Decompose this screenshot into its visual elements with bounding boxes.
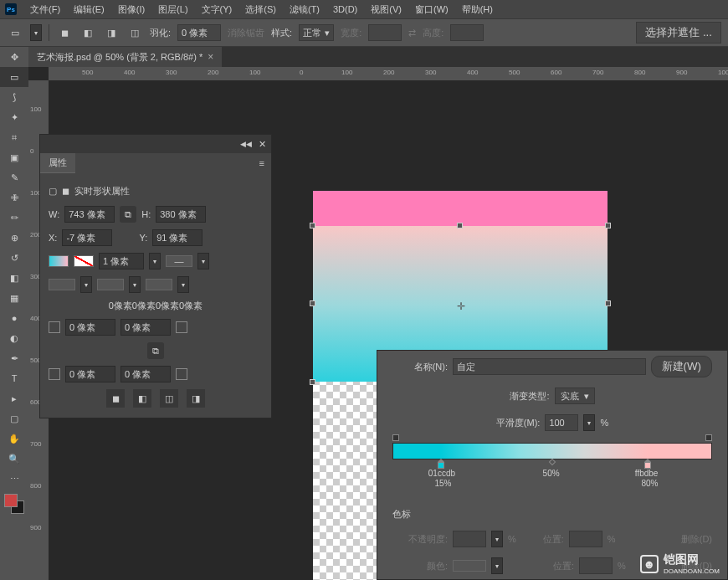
smooth-dropdown[interactable]: ▾ bbox=[583, 414, 595, 431]
path-select-tool[interactable]: ▸ bbox=[0, 388, 28, 408]
sel-add-icon[interactable]: ◧ bbox=[79, 26, 96, 39]
edit-toolbar[interactable]: ⋯ bbox=[0, 469, 28, 489]
style-select[interactable]: 正常▾ bbox=[299, 24, 334, 41]
width-input bbox=[368, 24, 402, 41]
align-dropdown[interactable]: ▾ bbox=[177, 276, 189, 293]
stop-right-pos: 80% bbox=[641, 479, 658, 488]
color-label: 颜色: bbox=[392, 560, 448, 572]
foreground-color[interactable] bbox=[4, 494, 18, 507]
pathop-intersect-icon[interactable]: ◫ bbox=[160, 389, 178, 408]
handle-ml[interactable] bbox=[310, 300, 315, 306]
color-swatch[interactable] bbox=[4, 494, 24, 514]
menu-view[interactable]: 视图(V) bbox=[364, 1, 408, 18]
menu-image[interactable]: 图像(I) bbox=[111, 1, 151, 18]
move-tool[interactable]: ✥ bbox=[0, 47, 28, 67]
history-brush-tool[interactable]: ↺ bbox=[0, 248, 28, 268]
height-field[interactable] bbox=[156, 206, 206, 223]
stroke-width-dropdown[interactable]: ▾ bbox=[149, 253, 161, 269]
brush-tool[interactable]: ✏ bbox=[0, 208, 28, 228]
gradient-bar[interactable]: 01ccdb 15% 50% ffbdbe 80% bbox=[392, 443, 712, 459]
stroke-width-field[interactable] bbox=[99, 253, 144, 269]
handle-tr[interactable] bbox=[605, 223, 611, 228]
menu-select[interactable]: 选择(S) bbox=[238, 1, 283, 18]
properties-panel: ◀◀ ✕ 属性 ≡ ▢ ◼ 实时形状属性 W: ⧉ H: X: Y: bbox=[39, 134, 272, 418]
dodge-tool[interactable]: ◐ bbox=[0, 328, 28, 348]
opos-label: 位置: bbox=[543, 533, 564, 546]
menu-window[interactable]: 窗口(W) bbox=[408, 1, 455, 18]
collapse-icon[interactable]: ◀◀ bbox=[240, 140, 252, 148]
sel-new-icon[interactable]: ◼ bbox=[56, 26, 73, 39]
sel-intersect-icon[interactable]: ◫ bbox=[126, 26, 143, 39]
document-tab[interactable]: 艺术海报.psd @ 50% (背景 2, RGB/8#) * × bbox=[28, 47, 222, 67]
lasso-tool[interactable]: ⟆ bbox=[0, 87, 28, 107]
stroke-type[interactable]: — bbox=[166, 255, 192, 267]
handle-bl[interactable] bbox=[310, 379, 315, 385]
close-panel-icon[interactable]: ✕ bbox=[259, 139, 266, 150]
stamp-tool[interactable]: ⊕ bbox=[0, 228, 28, 248]
stroke-swatch[interactable] bbox=[74, 255, 94, 267]
align-stroke-icon[interactable] bbox=[146, 279, 172, 290]
panel-menu-icon[interactable]: ≡ bbox=[259, 158, 271, 168]
handle-mr[interactable] bbox=[605, 300, 611, 306]
menu-help[interactable]: 帮助(H) bbox=[455, 1, 500, 18]
properties-tab[interactable]: 属性 bbox=[40, 153, 75, 173]
eraser-tool[interactable]: ◧ bbox=[0, 268, 28, 288]
cap-dropdown[interactable]: ▾ bbox=[80, 276, 92, 293]
handle-tl[interactable] bbox=[310, 223, 315, 228]
menu-layer[interactable]: 图层(L) bbox=[151, 1, 194, 18]
link-wh-icon[interactable]: ⧉ bbox=[120, 206, 136, 223]
horizontal-ruler: 500400 300200 1000 100200 300400 500600 … bbox=[49, 67, 728, 80]
x-field[interactable] bbox=[62, 229, 112, 246]
join-miter-icon[interactable] bbox=[97, 279, 124, 290]
menu-filter[interactable]: 滤镜(T) bbox=[283, 1, 326, 18]
corner-bl-field[interactable] bbox=[65, 366, 115, 382]
gradient-tool[interactable]: ▦ bbox=[0, 288, 28, 308]
eyedropper-tool[interactable]: ✎ bbox=[0, 167, 28, 187]
hand-tool[interactable]: ✋ bbox=[0, 429, 28, 449]
center-anchor-icon[interactable]: ✛ bbox=[457, 300, 465, 312]
cap-square-icon[interactable] bbox=[49, 279, 75, 290]
menu-3d[interactable]: 3D(D) bbox=[326, 2, 364, 17]
corner-tr-field[interactable] bbox=[120, 319, 171, 336]
heal-tool[interactable]: ✙ bbox=[0, 187, 28, 208]
tool-preset-icon[interactable]: ▭ bbox=[7, 26, 23, 39]
tool-preset-dropdown[interactable]: ▾ bbox=[30, 24, 42, 41]
sel-sub-icon[interactable]: ◨ bbox=[103, 26, 120, 39]
join-dropdown[interactable]: ▾ bbox=[129, 276, 141, 293]
frame-tool[interactable]: ▣ bbox=[0, 147, 28, 167]
zoom-tool[interactable]: 🔍 bbox=[0, 449, 28, 469]
feather-input[interactable] bbox=[177, 24, 221, 41]
menu-edit[interactable]: 编辑(E) bbox=[67, 1, 111, 18]
handle-tc[interactable] bbox=[457, 223, 463, 228]
link-corners-icon[interactable]: ⧉ bbox=[147, 342, 164, 359]
pathop-subtract-icon[interactable]: ◧ bbox=[133, 389, 151, 408]
menu-type[interactable]: 文字(Y) bbox=[195, 1, 239, 18]
shape-tool[interactable]: ▢ bbox=[0, 408, 28, 429]
pen-tool[interactable]: ✒ bbox=[0, 348, 28, 368]
menu-file[interactable]: 文件(F) bbox=[23, 1, 67, 18]
stroke-type-dropdown[interactable]: ▾ bbox=[197, 253, 209, 269]
crop-tool[interactable]: ⌗ bbox=[0, 127, 28, 147]
width-field[interactable] bbox=[64, 206, 115, 223]
close-icon[interactable]: × bbox=[208, 51, 213, 63]
y-field[interactable] bbox=[152, 229, 203, 246]
color-stop-right[interactable] bbox=[643, 459, 652, 469]
color-stop-left[interactable] bbox=[437, 459, 445, 469]
corner-tl-field[interactable] bbox=[65, 319, 115, 336]
blur-tool[interactable]: ● bbox=[0, 308, 28, 328]
select-mask-button[interactable]: 选择并遮住 ... bbox=[636, 22, 721, 44]
type-tool[interactable]: T bbox=[0, 368, 28, 388]
smooth-input[interactable] bbox=[545, 414, 578, 431]
wand-tool[interactable]: ✦ bbox=[0, 107, 28, 127]
fill-swatch[interactable] bbox=[49, 255, 69, 267]
pathop-exclude-icon[interactable]: ◨ bbox=[187, 389, 205, 408]
opacity-stop-left[interactable] bbox=[392, 434, 399, 441]
gradtype-select[interactable]: 实底▾ bbox=[555, 388, 595, 404]
opacity-stop-right[interactable] bbox=[705, 434, 712, 441]
pathop-combine-icon[interactable]: ◼ bbox=[106, 389, 125, 408]
marquee-tool[interactable]: ▭ bbox=[0, 67, 28, 87]
gradient-name-input[interactable] bbox=[453, 358, 646, 375]
new-gradient-button[interactable]: 新建(W) bbox=[651, 356, 712, 377]
app-logo: Ps bbox=[5, 3, 17, 15]
corner-br-field[interactable] bbox=[120, 366, 171, 382]
